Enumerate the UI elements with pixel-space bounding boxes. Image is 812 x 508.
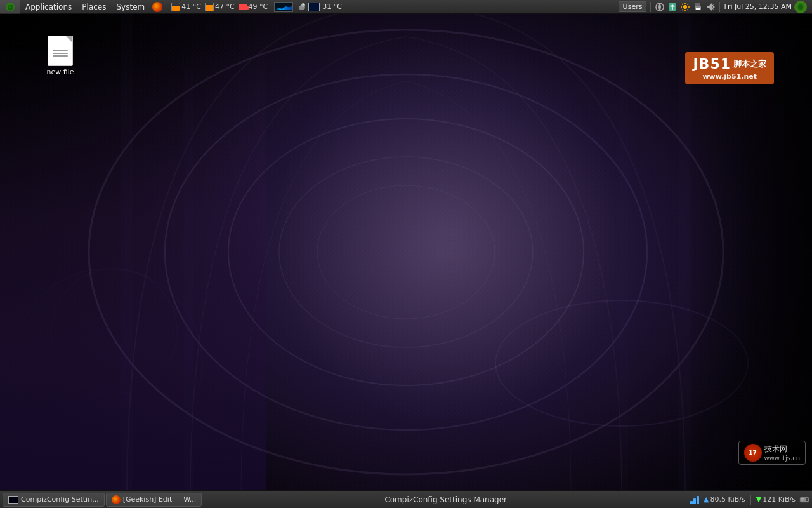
volume-icon[interactable]	[705, 2, 716, 12]
jb51-title: JB51	[693, 56, 731, 72]
taskbar-right-area: ▲ 80.5 KiB/s ▼ 121 KiB/s	[690, 495, 809, 505]
svg-rect-34	[690, 501, 693, 504]
top-taskbar: Applications Places System 41 °C 47 °C	[0, 0, 812, 14]
svg-rect-35	[693, 498, 696, 504]
svg-line-15	[682, 4, 683, 5]
svg-point-24	[798, 4, 803, 10]
svg-point-2	[8, 5, 10, 8]
monitor-temp: 31 °C	[308, 3, 342, 11]
taskbar-compizconfig[interactable]: CompizConfig Settin...	[3, 493, 105, 507]
menu-applications[interactable]: Applications	[20, 0, 77, 14]
svg-point-29	[317, 185, 495, 319]
svg-rect-41	[801, 500, 803, 500]
tray-separator-2	[719, 2, 720, 12]
firefox-icon	[152, 2, 162, 12]
taskbar-hd-icon[interactable]	[799, 495, 809, 505]
svg-rect-33	[619, 69, 628, 490]
bottom-taskbar: CompizConfig Settin... [Geekish] Edit — …	[0, 490, 812, 508]
svg-point-3	[10, 4, 11, 7]
itjs-text-area: 技术网 www.itjs.cn	[764, 444, 801, 462]
compiz-taskbar-icon	[8, 496, 18, 504]
new-file-label: new file	[47, 68, 74, 76]
svg-point-1	[8, 7, 13, 10]
users-button[interactable]: Users	[619, 1, 647, 12]
datetime-display: Fri Jul 25, 12:35 AM	[724, 3, 792, 11]
itjs-watermark: 17 技术网 www.itjs.cn	[738, 441, 806, 465]
firefox-launcher[interactable]	[150, 0, 165, 14]
new-file-icon	[48, 36, 73, 66]
temp-bar-1	[171, 3, 180, 11]
gnome-foot-icon[interactable]	[0, 0, 20, 14]
svg-point-10	[683, 5, 687, 9]
svg-line-16	[688, 9, 689, 10]
svg-rect-20	[695, 3, 700, 6]
taskbar-network-icon[interactable]	[690, 495, 700, 505]
jb51-url: www.jb51.net	[702, 72, 757, 81]
network-graph	[274, 2, 293, 12]
file-line-1	[53, 50, 68, 51]
arch-svg	[0, 14, 812, 490]
svg-rect-21	[696, 8, 700, 10]
system-tray: Users	[613, 1, 812, 13]
system-monitors: 41 °C 47 °C 49 °C	[165, 2, 613, 12]
temp-fill-1	[172, 6, 180, 10]
gnome-icon[interactable]	[794, 1, 807, 13]
itjs-label: 技术网	[764, 444, 801, 455]
temp-fill-2	[206, 5, 213, 11]
jb51-zh-text: 脚本之家	[733, 58, 766, 70]
itjs-circle-badge: 17	[744, 444, 762, 462]
svg-rect-32	[184, 69, 193, 490]
printer-icon[interactable]	[693, 2, 703, 12]
taskbar-center-title: CompizConfig Settings Manager	[203, 495, 688, 504]
network-line	[275, 5, 292, 10]
itjs-url: www.itjs.cn	[764, 455, 801, 462]
net-download-display: ▼ 121 KiB/s	[756, 495, 796, 504]
svg-rect-30	[121, 14, 133, 490]
taskbar-geekish-edit[interactable]: [Geekish] Edit — W...	[106, 493, 202, 507]
svg-point-26	[165, 74, 647, 430]
pidgin-icon[interactable]	[297, 2, 307, 12]
net-upload-display: ▲ 80.5 KiB/s	[704, 495, 745, 504]
temp-indicator-3: 49 °C	[239, 3, 268, 11]
menu-places[interactable]: Places	[77, 0, 111, 14]
svg-line-18	[682, 9, 683, 10]
temp-indicator-1: 41 °C	[171, 3, 201, 11]
file-line-3	[53, 55, 68, 57]
svg-point-7	[303, 4, 304, 5]
file-icon-lines	[53, 45, 68, 57]
jb51-watermark: JB51 脚本之家 www.jb51.net	[685, 52, 774, 84]
desktop: new file JB51 脚本之家 www.jb51.net 17 技术网 w…	[0, 14, 812, 490]
svg-point-39	[806, 499, 808, 500]
svg-point-6	[301, 3, 305, 7]
svg-line-17	[688, 4, 689, 5]
topbar-menu: Applications Places System	[0, 0, 150, 14]
svg-point-27	[228, 119, 584, 385]
file-line-2	[53, 53, 68, 54]
menu-system[interactable]: System	[111, 0, 150, 14]
network-manager-icon[interactable]	[655, 2, 665, 12]
software-update-icon[interactable]	[667, 2, 678, 12]
svg-point-4	[11, 5, 13, 8]
sun-icon[interactable]	[680, 2, 690, 12]
tray-separator-1	[650, 2, 651, 12]
svg-rect-36	[697, 496, 699, 504]
temp-bar-2	[205, 3, 214, 11]
firefox-taskbar-icon	[112, 495, 121, 504]
svg-rect-31	[679, 14, 691, 490]
desktop-icon-new-file[interactable]: new file	[35, 33, 86, 79]
svg-rect-40	[801, 498, 804, 500]
net-separator	[750, 495, 751, 505]
svg-marker-22	[707, 3, 712, 11]
temp-indicator-2: 47 °C	[205, 3, 235, 11]
jb51-top: JB51 脚本之家	[693, 56, 766, 72]
